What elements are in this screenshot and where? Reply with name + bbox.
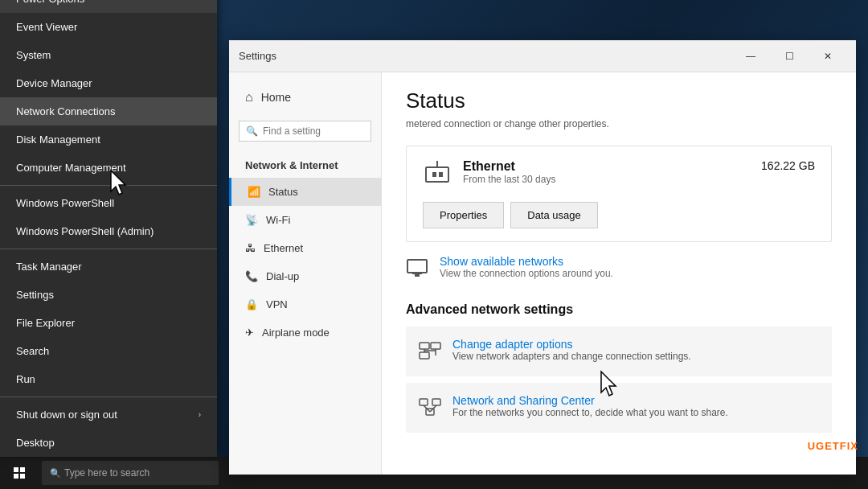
dialup-icon: 📞 xyxy=(245,270,258,282)
ethernet-card: Ethernet From the last 30 days 162.22 GB… xyxy=(406,146,832,242)
menu-item-settings[interactable]: Settings xyxy=(0,281,217,309)
menu-item-powershell-admin[interactable]: Windows PowerShell (Admin) xyxy=(0,217,217,245)
nav-item-airplane[interactable]: ✈ Airplane mode xyxy=(229,318,381,347)
settings-body: ⌂ Home 🔍 Network & Internet 📶 Status 📡 W… xyxy=(229,72,856,475)
available-networks-title: Show available networks xyxy=(440,255,613,268)
change-adapter-subtitle: View network adapters and change connect… xyxy=(452,351,691,362)
network-sharing-text: Network and Sharing Center For the netwo… xyxy=(452,394,728,418)
menu-item-disk-management[interactable]: Disk Management xyxy=(0,125,217,154)
menu-item-shutdown[interactable]: Shut down or sign out › xyxy=(0,401,217,429)
menu-item-network-connections[interactable]: Network Connections xyxy=(0,97,217,125)
taskbar-search-placeholder: Type here to search xyxy=(64,467,149,479)
nav-item-status[interactable]: 📶 Status xyxy=(229,178,381,206)
menu-item-file-explorer[interactable]: File Explorer xyxy=(0,309,217,337)
watermark: UGETFIX xyxy=(808,440,858,452)
ethernet-info: Ethernet From the last 30 days xyxy=(423,159,555,191)
settings-nav: ⌂ Home 🔍 Network & Internet 📶 Status 📡 W… xyxy=(229,72,382,475)
available-networks-text: Show available networks View the connect… xyxy=(440,255,613,279)
chevron-right-icon: › xyxy=(199,410,201,419)
desktop: Apps and Features Power Options Event Vi… xyxy=(0,0,868,489)
svg-rect-8 xyxy=(431,343,440,349)
svg-rect-3 xyxy=(439,172,443,177)
advanced-settings-title: Advanced network settings xyxy=(406,302,832,317)
window-title: Settings xyxy=(239,50,276,62)
context-menu: Apps and Features Power Options Event Vi… xyxy=(0,0,217,457)
window-controls: — ☐ ✕ xyxy=(732,44,846,68)
search-icon: 🔍 xyxy=(246,125,258,137)
taskbar-search-icon: 🔍 xyxy=(50,468,61,479)
svg-rect-2 xyxy=(432,172,436,177)
svg-rect-6 xyxy=(415,274,420,277)
ethernet-icon xyxy=(423,161,452,191)
ethernet-header: Ethernet From the last 30 days 162.22 GB xyxy=(423,159,815,191)
svg-rect-9 xyxy=(420,352,429,359)
settings-window: Settings — ☐ ✕ ⌂ Home 🔍 Network & Intern… xyxy=(229,40,856,475)
nav-item-ethernet[interactable]: 🖧 Ethernet xyxy=(229,234,381,262)
ethernet-title: Ethernet xyxy=(463,159,555,174)
home-icon: ⌂ xyxy=(245,90,253,105)
network-sharing-icon xyxy=(419,396,441,421)
ethernet-buttons: Properties Data usage xyxy=(423,202,815,228)
close-button[interactable]: ✕ xyxy=(809,44,846,68)
menu-item-task-manager[interactable]: Task Manager xyxy=(0,253,217,281)
ethernet-text: Ethernet From the last 30 days xyxy=(463,159,555,185)
network-sharing-title: Network and Sharing Center xyxy=(452,394,728,407)
change-adapter-text: Change adapter options View network adap… xyxy=(452,338,691,362)
watermark-text: UGETFIX xyxy=(808,440,858,452)
minimize-button[interactable]: — xyxy=(732,44,769,68)
network-sharing-item[interactable]: Network and Sharing Center For the netwo… xyxy=(406,383,832,433)
windows-logo xyxy=(14,467,25,479)
menu-item-computer-management[interactable]: Computer Management xyxy=(0,154,217,182)
start-button[interactable] xyxy=(0,457,39,489)
ethernet-subtitle: From the last 30 days xyxy=(463,174,555,185)
svg-rect-4 xyxy=(407,260,427,273)
settings-search-box[interactable]: 🔍 xyxy=(239,121,371,142)
window-titlebar: Settings — ☐ ✕ xyxy=(229,40,856,72)
taskbar-search[interactable]: 🔍 Type here to search xyxy=(42,461,219,485)
svg-rect-0 xyxy=(426,167,448,182)
nav-item-dialup[interactable]: 📞 Dial-up xyxy=(229,262,381,290)
separator-1 xyxy=(0,185,217,186)
menu-item-device-manager[interactable]: Device Manager xyxy=(0,69,217,97)
change-adapter-icon xyxy=(419,339,441,365)
content-subtitle: metered connection or change other prope… xyxy=(406,118,832,129)
available-networks-subtitle: View the connection options around you. xyxy=(440,268,613,279)
nav-item-wifi[interactable]: 📡 Wi-Fi xyxy=(229,206,381,234)
maximize-button[interactable]: ☐ xyxy=(771,44,808,68)
svg-rect-13 xyxy=(420,399,428,405)
menu-item-powershell[interactable]: Windows PowerShell xyxy=(0,189,217,217)
content-section-title: Status xyxy=(406,88,832,113)
settings-search-input[interactable] xyxy=(263,125,364,137)
ethernet-size: 162.22 GB xyxy=(761,159,815,172)
separator-2 xyxy=(0,249,217,249)
svg-rect-5 xyxy=(412,273,422,274)
data-usage-button[interactable]: Data usage xyxy=(510,202,598,228)
svg-rect-7 xyxy=(420,343,429,349)
wifi-icon: 📡 xyxy=(245,214,258,226)
menu-item-run[interactable]: Run xyxy=(0,365,217,393)
change-adapter-title: Change adapter options xyxy=(452,338,691,351)
separator-3 xyxy=(0,397,217,397)
available-networks-icon xyxy=(406,257,428,283)
menu-item-power-options[interactable]: Power Options xyxy=(0,0,217,13)
vpn-icon: 🔒 xyxy=(245,298,258,310)
network-sharing-subtitle: For the networks you connect to, decide … xyxy=(452,407,728,418)
menu-item-event-viewer[interactable]: Event Viewer xyxy=(0,13,217,41)
properties-button[interactable]: Properties xyxy=(423,202,504,228)
menu-item-system[interactable]: System xyxy=(0,41,217,69)
ethernet-nav-icon: 🖧 xyxy=(245,242,256,254)
settings-content: Status metered connection or change othe… xyxy=(382,72,856,475)
svg-rect-14 xyxy=(432,399,440,405)
airplane-icon: ✈ xyxy=(245,327,254,339)
status-icon: 📶 xyxy=(248,186,260,198)
nav-item-vpn[interactable]: 🔒 VPN xyxy=(229,290,381,318)
nav-home[interactable]: ⌂ Home xyxy=(229,80,381,114)
change-adapter-item[interactable]: Change adapter options View network adap… xyxy=(406,327,832,376)
available-networks[interactable]: Show available networks View the connect… xyxy=(406,255,832,283)
menu-item-desktop[interactable]: Desktop xyxy=(0,429,217,457)
menu-item-search[interactable]: Search xyxy=(0,337,217,365)
nav-section-title: Network & Internet xyxy=(229,148,381,178)
